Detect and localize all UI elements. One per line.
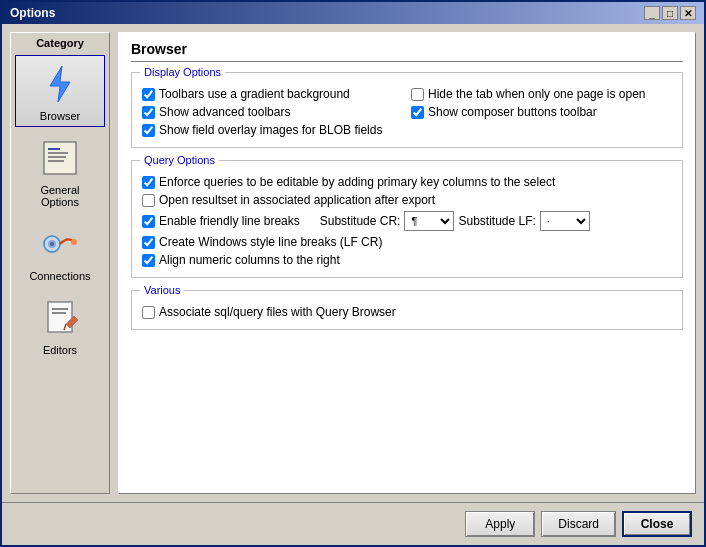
toolbars-gradient-label[interactable]: Toolbars use a gradient background [159, 87, 350, 101]
svg-rect-10 [48, 302, 72, 332]
sidebar-general-label: General Options [20, 184, 100, 208]
hide-tab-checkbox[interactable] [411, 88, 424, 101]
svg-rect-4 [48, 156, 66, 158]
associate-sql-row: Associate sql/query files with Query Bro… [142, 303, 672, 321]
show-composer-label[interactable]: Show composer buttons toolbar [428, 105, 597, 119]
display-options-content: Toolbars use a gradient background Show … [142, 85, 672, 139]
align-numeric-checkbox[interactable] [142, 254, 155, 267]
sidebar-item-connections[interactable]: Connections [15, 215, 105, 287]
title-bar: Options _ □ ✕ [2, 2, 704, 24]
sidebar-item-editors[interactable]: Editors [15, 289, 105, 361]
create-windows-row: Create Windows style line breaks (LF CR) [142, 233, 672, 251]
title-bar-left: Options [10, 6, 55, 20]
show-composer-checkbox[interactable] [411, 106, 424, 119]
svg-point-9 [71, 239, 77, 245]
browser-icon [36, 60, 84, 108]
minimize-button[interactable]: _ [644, 6, 660, 20]
maximize-button[interactable]: □ [662, 6, 678, 20]
show-field-overlay-row: Show field overlay images for BLOB field… [142, 121, 403, 139]
content-area: Category Browser [2, 24, 704, 502]
toolbars-gradient-checkbox[interactable] [142, 88, 155, 101]
sidebar-item-browser[interactable]: Browser [15, 55, 105, 127]
category-label: Category [36, 37, 84, 49]
hide-tab-row: Hide the tab when only one page is open [411, 85, 672, 103]
svg-rect-3 [48, 152, 68, 154]
svg-point-8 [50, 242, 54, 246]
create-windows-checkbox[interactable] [142, 236, 155, 249]
align-numeric-row: Align numeric columns to the right [142, 251, 672, 269]
display-options-title: Display Options [140, 66, 225, 78]
apply-button[interactable]: Apply [465, 511, 535, 537]
svg-rect-12 [52, 312, 66, 314]
options-window: Options _ □ ✕ Category Browser [0, 0, 706, 547]
sidebar-browser-label: Browser [40, 110, 80, 122]
main-panel: Browser Display Options Toolbars use a g… [118, 32, 696, 494]
show-field-overlay-label[interactable]: Show field overlay images for BLOB field… [159, 123, 382, 137]
substitute-cr-select[interactable]: ¶ \n CR [404, 211, 454, 231]
sidebar-connections-label: Connections [29, 270, 90, 282]
open-resultset-row: Open resultset in associated application… [142, 191, 672, 209]
various-content: Associate sql/query files with Query Bro… [142, 303, 672, 321]
general-icon [36, 134, 84, 182]
enforce-editable-label[interactable]: Enforce queries to be editable by adding… [159, 175, 555, 189]
connections-icon [36, 220, 84, 268]
svg-rect-2 [48, 148, 60, 150]
display-options-left: Toolbars use a gradient background Show … [142, 85, 403, 139]
open-resultset-checkbox[interactable] [142, 194, 155, 207]
show-advanced-label[interactable]: Show advanced toolbars [159, 105, 290, 119]
query-options-title: Query Options [140, 154, 219, 166]
friendly-breaks-row: Enable friendly line breaks Substitude C… [142, 209, 672, 233]
editors-icon [36, 294, 84, 342]
sidebar-editors-label: Editors [43, 344, 77, 356]
hide-tab-label[interactable]: Hide the tab when only one page is open [428, 87, 646, 101]
query-options-content: Enforce queries to be editable by adding… [142, 173, 672, 269]
window-title: Options [10, 6, 55, 20]
substitute-lf-select[interactable]: · \n LF [540, 211, 590, 231]
query-options-section: Query Options Enforce queries to be edit… [131, 160, 683, 278]
friendly-breaks-checkbox[interactable] [142, 215, 155, 228]
display-options-right: Hide the tab when only one page is open … [411, 85, 672, 139]
footer: Apply Discard Close [2, 502, 704, 545]
associate-sql-checkbox[interactable] [142, 306, 155, 319]
sidebar: Category Browser [10, 32, 110, 494]
show-advanced-row: Show advanced toolbars [142, 103, 403, 121]
show-composer-row: Show composer buttons toolbar [411, 103, 672, 121]
various-section: Various Associate sql/query files with Q… [131, 290, 683, 330]
discard-button[interactable]: Discard [541, 511, 616, 537]
window-close-button[interactable]: ✕ [680, 6, 696, 20]
svg-marker-0 [50, 66, 70, 102]
associate-sql-label[interactable]: Associate sql/query files with Query Bro… [159, 305, 396, 319]
main-panel-title: Browser [131, 41, 683, 62]
sidebar-item-general[interactable]: General Options [15, 129, 105, 213]
substitute-cr-label: Substitude CR: [320, 214, 401, 228]
svg-rect-5 [48, 160, 64, 162]
enforce-editable-checkbox[interactable] [142, 176, 155, 189]
open-resultset-label[interactable]: Open resultset in associated application… [159, 193, 435, 207]
enforce-editable-row: Enforce queries to be editable by adding… [142, 173, 672, 191]
substitute-lf-label: Substitude LF: [458, 214, 535, 228]
friendly-breaks-label[interactable]: Enable friendly line breaks [159, 214, 300, 228]
toolbars-gradient-row: Toolbars use a gradient background [142, 85, 403, 103]
align-numeric-label[interactable]: Align numeric columns to the right [159, 253, 340, 267]
display-options-section: Display Options Toolbars use a gradient … [131, 72, 683, 148]
close-button[interactable]: Close [622, 511, 692, 537]
show-field-overlay-checkbox[interactable] [142, 124, 155, 137]
show-advanced-checkbox[interactable] [142, 106, 155, 119]
svg-rect-11 [52, 308, 68, 310]
various-title: Various [140, 284, 184, 296]
title-bar-buttons: _ □ ✕ [644, 6, 696, 20]
create-windows-label[interactable]: Create Windows style line breaks (LF CR) [159, 235, 382, 249]
